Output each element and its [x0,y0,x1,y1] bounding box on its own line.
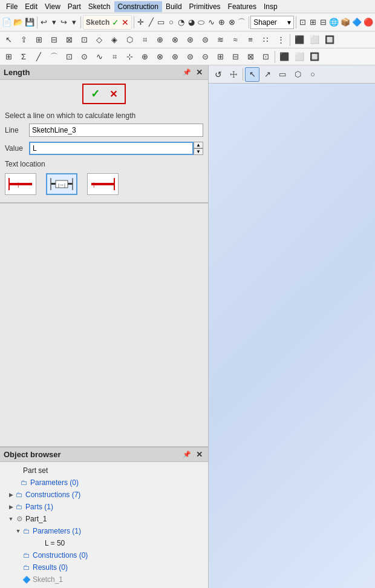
r2-btn21[interactable]: ⬜ [307,33,322,47]
value-input[interactable] [29,142,194,155]
r2-btn17[interactable]: ≡ [243,33,258,47]
menu-edit[interactable]: Edit [21,1,41,12]
tool5-btn[interactable]: 📦 [340,15,351,30]
obj-browser-pin-btn[interactable]: 📌 [181,450,193,459]
arc2-btn[interactable]: ◕ [186,15,196,30]
tree-parts1[interactable]: ▶ 🗀 Parts (1) [0,501,208,513]
r3-btn5[interactable]: ⊡ [62,50,76,64]
tool4-btn[interactable]: 🌐 [328,15,339,30]
tool7-btn[interactable]: 🔴 [363,15,374,30]
tree-l50[interactable]: L = 50 [0,537,208,549]
ct-rotate-btn[interactable]: ↺ [211,67,226,82]
r3-btn3[interactable]: ╱ [31,50,46,64]
tree-part1[interactable]: ▼ ⚙ Part_1 [0,513,208,525]
r2-btn20[interactable]: ⬛ [292,33,307,47]
loc-left-btn[interactable]: →| [5,173,36,195]
r3-btn16[interactable]: ⊟ [228,50,243,64]
ct-rect-btn[interactable]: ▭ [275,67,290,82]
tree-constructions7[interactable]: ▶ 🗀 Constructions (7) [0,489,208,501]
r2-btn9[interactable]: ⬡ [122,33,137,47]
r3-btn10[interactable]: ⊕ [137,50,152,64]
ct-pan-btn[interactable]: ☩ [226,67,241,82]
menu-file[interactable]: File [2,1,21,12]
spin-down-btn[interactable]: ▼ [194,148,203,155]
undo-btn[interactable]: ↩ [39,15,49,30]
tree-sketch1[interactable]: 🔷 Sketch_1 [0,573,208,586]
line-btn[interactable]: ╱ [146,15,156,30]
redo-btn[interactable]: ↪ [59,15,69,30]
new-file-btn[interactable]: 📄 [1,15,12,30]
ellipse-btn[interactable]: ⬭ [197,15,206,30]
r2-btn13[interactable]: ⊛ [183,33,197,47]
r2-btn19[interactable]: ⋮ [273,33,288,47]
r3-btn1[interactable]: ⊞ [1,50,16,64]
r3-btn15[interactable]: ⊞ [213,50,227,64]
tree-partset[interactable]: Part set [0,464,208,477]
r3-btn14[interactable]: ⊝ [198,50,212,64]
r2-btn10[interactable]: ⌗ [137,33,152,47]
r3-btn17[interactable]: ⊠ [243,50,258,64]
r3-btn7[interactable]: ∿ [92,50,106,64]
circle-btn[interactable]: ○ [166,15,176,30]
r3-btn18[interactable]: ⊡ [258,50,273,64]
panel-pin-btn[interactable]: 📌 [181,68,193,77]
tree-results0[interactable]: 🗀 Results (0) [0,561,208,573]
r3-btn21[interactable]: 🔲 [307,50,322,64]
sketch-ok-btn[interactable]: ✓ [112,18,119,27]
menu-construction[interactable]: Construction [114,1,162,12]
menu-view[interactable]: View [41,1,64,12]
spin-up-btn[interactable]: ▲ [194,142,203,148]
rect-btn[interactable]: ▭ [156,15,166,30]
ct-cursor2-btn[interactable]: ↗ [260,67,275,82]
r2-btn18[interactable]: ∷ [258,33,273,47]
r2-btn15[interactable]: ≋ [213,33,227,47]
open-btn[interactable]: 📂 [13,15,24,30]
curve-btn[interactable]: ⌒ [237,15,247,30]
canvas-area[interactable]: ↺ ☩ ↖ ↗ ▭ ⬡ ○ [209,65,375,588]
r2-btn12[interactable]: ⊗ [168,33,182,47]
r2-btn14[interactable]: ⊜ [198,33,212,47]
sketch-cancel-btn[interactable]: ✕ [122,18,129,27]
r2-btn4[interactable]: ⊟ [47,33,61,47]
arc1-btn[interactable]: ◔ [177,15,186,30]
tool1-btn[interactable]: ⊡ [298,15,308,30]
r2-btn3[interactable]: ⊞ [31,33,46,47]
r3-btn19[interactable]: ⬛ [277,50,292,64]
r3-sigma[interactable]: Σ [16,50,31,64]
r2-btn6[interactable]: ⊡ [77,33,91,47]
intersect-btn[interactable]: ⊕ [217,15,226,30]
loc-right-btn[interactable]: |← [87,173,119,195]
r3-btn20[interactable]: ⬜ [292,50,307,64]
menu-primitives[interactable]: Primitives [186,1,224,12]
redo-drop-btn[interactable]: ▾ [70,15,79,30]
r3-btn13[interactable]: ⊜ [183,50,197,64]
r3-btn8[interactable]: ⌗ [107,50,122,64]
r2-btn22[interactable]: 🔲 [322,33,337,47]
shaper-dropdown[interactable]: Shaper ▾ [250,16,294,29]
tree-parameters1[interactable]: ▼ 🗀 Parameters (1) [0,525,208,537]
undo-drop-btn[interactable]: ▾ [49,15,59,30]
ct-hex-btn[interactable]: ⬡ [290,67,305,82]
menu-sketch[interactable]: Sketch [85,1,114,12]
r3-btn12[interactable]: ⊛ [168,50,182,64]
project-btn[interactable]: ⊗ [227,15,236,30]
tool6-btn[interactable]: 🔷 [351,15,362,30]
r2-btn8[interactable]: ◈ [107,33,122,47]
cancel-btn[interactable]: ✕ [109,88,117,100]
menu-build[interactable]: Build [162,1,186,12]
r3-btn11[interactable]: ⊗ [152,50,167,64]
point-btn[interactable]: ✛ [136,15,146,30]
r2-btn11[interactable]: ⊕ [152,33,167,47]
ct-circle-btn[interactable]: ○ [305,67,320,82]
r3-btn4[interactable]: ⌒ [47,50,61,64]
spline-btn[interactable]: ∿ [207,15,217,30]
r2-btn7[interactable]: ◇ [92,33,106,47]
ok-btn[interactable]: ✓ [91,87,100,101]
tree-constructions0[interactable]: 🗀 Constructions (0) [0,549,208,561]
menu-features[interactable]: Features [224,1,260,12]
panel-close-btn[interactable]: ✕ [194,67,204,78]
r2-btn5[interactable]: ⊠ [62,33,76,47]
menu-insp[interactable]: Insp [260,1,281,12]
line-input[interactable] [29,124,203,137]
ct-cursor-btn[interactable]: ↖ [245,67,259,82]
